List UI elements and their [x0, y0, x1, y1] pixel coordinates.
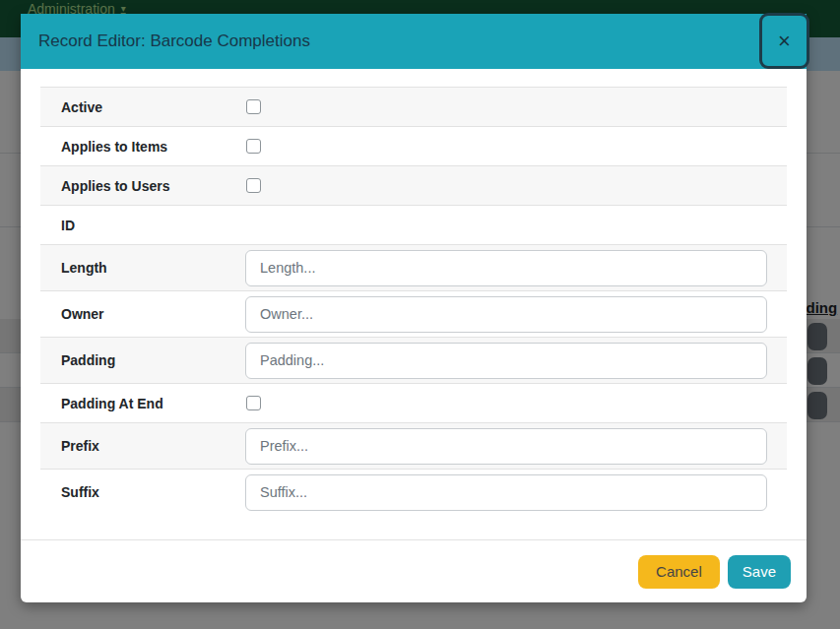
- close-icon: ×: [778, 31, 791, 52]
- field-label-applies-to-items: Applies to Items: [40, 139, 245, 155]
- prefix-input[interactable]: [245, 428, 767, 465]
- length-input[interactable]: [245, 250, 767, 286]
- field-control: [245, 178, 787, 193]
- form-row-active: Active: [40, 87, 787, 126]
- form-row-id: ID: [40, 205, 787, 244]
- form-row-applies-to-items: Applies to Items: [40, 126, 787, 165]
- field-control: [245, 428, 787, 465]
- form-rows: ActiveApplies to ItemsApplies to UsersID…: [40, 87, 787, 515]
- owner-input[interactable]: [245, 296, 767, 333]
- field-control: [245, 99, 787, 114]
- field-label-applies-to-users: Applies to Users: [40, 178, 245, 194]
- field-control: [245, 396, 787, 410]
- field-label-padding: Padding: [40, 352, 245, 368]
- field-label-owner: Owner: [40, 306, 245, 322]
- applies-to-items-checkbox[interactable]: [246, 139, 261, 154]
- field-label-prefix: Prefix: [40, 438, 245, 454]
- modal-footer: Cancel Save: [21, 539, 807, 602]
- form-row-length: Length: [40, 244, 787, 290]
- field-control: [245, 296, 787, 333]
- cancel-button[interactable]: Cancel: [638, 555, 720, 589]
- modal-header: Record Editor: Barcode Completions ×: [21, 14, 807, 69]
- modal-body: ActiveApplies to ItemsApplies to UsersID…: [21, 69, 807, 515]
- record-editor-modal: Record Editor: Barcode Completions × Act…: [21, 14, 807, 602]
- form-row-applies-to-users: Applies to Users: [40, 165, 787, 205]
- applies-to-users-checkbox[interactable]: [246, 178, 261, 193]
- close-button[interactable]: ×: [759, 13, 809, 69]
- field-label-suffix: Suffix: [40, 484, 245, 500]
- form-row-suffix: Suffix: [40, 469, 787, 515]
- field-label-length: Length: [40, 260, 245, 276]
- padding-input[interactable]: [245, 343, 767, 379]
- field-control: [245, 250, 787, 286]
- field-control: [245, 474, 787, 511]
- field-label-padding-at-end: Padding At End: [40, 396, 245, 411]
- suffix-input[interactable]: [245, 474, 767, 511]
- form-row-owner: Owner: [40, 290, 787, 337]
- field-label-active: Active: [40, 99, 245, 115]
- form-row-padding: Padding: [40, 337, 787, 383]
- active-checkbox[interactable]: [246, 99, 261, 114]
- form-row-padding-at-end: Padding At End: [40, 383, 787, 422]
- save-button[interactable]: Save: [728, 555, 791, 589]
- field-label-id: ID: [40, 218, 245, 233]
- form-row-prefix: Prefix: [40, 422, 787, 469]
- field-control: [245, 139, 787, 154]
- padding-at-end-checkbox[interactable]: [246, 396, 261, 410]
- modal-title: Record Editor: Barcode Completions: [38, 31, 310, 51]
- field-control: [245, 343, 787, 379]
